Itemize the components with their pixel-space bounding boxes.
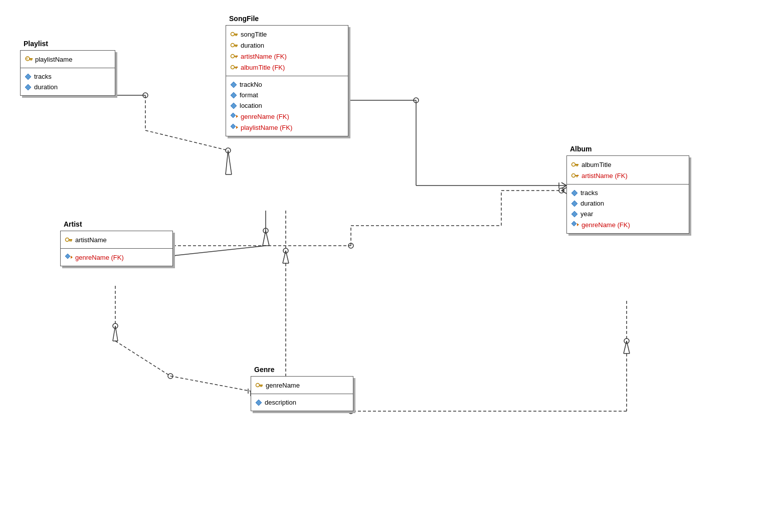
svg-line-6 bbox=[228, 150, 232, 174]
genre-field-genrename: genreName bbox=[255, 380, 349, 391]
songfile-songtitle-label: songTitle bbox=[241, 31, 267, 38]
key-fk-icon bbox=[230, 52, 238, 60]
svg-marker-85 bbox=[236, 115, 238, 118]
svg-marker-84 bbox=[231, 113, 236, 118]
key-fk-icon bbox=[571, 171, 579, 180]
svg-line-28 bbox=[286, 251, 289, 263]
svg-line-57 bbox=[561, 191, 566, 194]
svg-rect-78 bbox=[234, 67, 237, 68]
svg-rect-67 bbox=[236, 35, 237, 36]
svg-point-65 bbox=[231, 33, 235, 36]
genre-description-label: description bbox=[265, 399, 296, 406]
svg-point-77 bbox=[231, 66, 235, 69]
svg-point-41 bbox=[624, 338, 629, 343]
svg-line-23 bbox=[170, 376, 251, 391]
svg-rect-60 bbox=[31, 60, 32, 61]
svg-point-22 bbox=[168, 374, 173, 379]
svg-rect-94 bbox=[576, 176, 577, 178]
album-attr-section: tracks duration year genreName (FK) bbox=[567, 185, 689, 233]
playlist-playlistname-label: playlistName bbox=[35, 56, 72, 63]
svg-marker-111 bbox=[256, 400, 262, 406]
key-icon bbox=[230, 30, 238, 38]
diamond-icon bbox=[230, 102, 237, 109]
svg-line-56 bbox=[561, 188, 566, 191]
album-field-tracks: tracks bbox=[571, 188, 685, 198]
artist-field-genrename-fk: genreName (FK) bbox=[65, 252, 168, 263]
genre-pk-section: genreName bbox=[251, 377, 353, 394]
key-fk-icon bbox=[230, 63, 238, 71]
svg-line-37 bbox=[561, 183, 566, 186]
entity-title-playlist: Playlist bbox=[21, 39, 51, 51]
playlist-tracks-label: tracks bbox=[34, 73, 52, 80]
entity-songfile: SongFile songTitle duration bbox=[226, 25, 348, 136]
svg-point-73 bbox=[231, 55, 235, 58]
svg-rect-91 bbox=[576, 165, 577, 166]
album-field-artistname-fk: artistName (FK) bbox=[571, 170, 685, 181]
svg-marker-95 bbox=[577, 174, 579, 176]
svg-line-5 bbox=[226, 150, 228, 174]
entity-title-artist: Artist bbox=[61, 219, 85, 231]
svg-point-55 bbox=[559, 188, 564, 193]
svg-point-69 bbox=[231, 44, 235, 47]
entity-album: Album albumTitle artistName (FK) bbox=[566, 155, 689, 234]
svg-marker-64 bbox=[25, 84, 31, 90]
svg-line-42 bbox=[624, 341, 627, 353]
svg-rect-74 bbox=[234, 56, 237, 57]
songfile-genrename-fk-label: genreName (FK) bbox=[241, 113, 289, 120]
diamond-icon bbox=[25, 73, 32, 80]
svg-rect-75 bbox=[236, 57, 237, 58]
svg-line-43 bbox=[627, 341, 630, 353]
svg-rect-89 bbox=[575, 164, 578, 165]
svg-marker-87 bbox=[236, 126, 238, 129]
svg-point-50 bbox=[348, 243, 353, 248]
album-albumtitle-label: albumTitle bbox=[581, 161, 611, 168]
diamond-icon bbox=[571, 190, 578, 197]
svg-rect-90 bbox=[577, 165, 578, 166]
svg-point-88 bbox=[572, 163, 575, 166]
diamond-icon bbox=[230, 81, 237, 88]
svg-marker-98 bbox=[571, 211, 577, 217]
svg-line-19 bbox=[115, 326, 118, 341]
svg-marker-96 bbox=[571, 190, 577, 196]
genre-field-description: description bbox=[255, 397, 349, 408]
playlist-pk-section: playlistName bbox=[21, 51, 115, 68]
album-field-genrename-fk: genreName (FK) bbox=[571, 219, 685, 230]
songfile-playlistname-fk-label: playlistName (FK) bbox=[241, 124, 292, 131]
diamond-icon bbox=[230, 92, 237, 99]
album-artistname-fk-label: artistName (FK) bbox=[581, 172, 628, 180]
svg-rect-108 bbox=[259, 385, 263, 386]
songfile-field-playlistname-fk: playlistName (FK) bbox=[230, 122, 344, 133]
songfile-field-genrename-fk: genreName (FK) bbox=[230, 111, 344, 122]
songfile-artistname-fk-label: artistName (FK) bbox=[241, 53, 287, 60]
svg-marker-81 bbox=[231, 82, 237, 88]
album-field-year: year bbox=[571, 209, 685, 219]
svg-rect-109 bbox=[261, 386, 262, 387]
svg-rect-93 bbox=[575, 175, 577, 176]
svg-marker-97 bbox=[571, 201, 577, 207]
album-field-albumtitle: albumTitle bbox=[571, 159, 685, 170]
key-icon bbox=[255, 381, 263, 389]
songfile-field-format: format bbox=[230, 90, 344, 100]
album-tracks-label: tracks bbox=[580, 189, 598, 197]
svg-line-3 bbox=[145, 130, 228, 150]
svg-marker-83 bbox=[231, 103, 237, 109]
songfile-attr-section: trackNo format location genreName (FK) bbox=[226, 76, 348, 136]
svg-rect-79 bbox=[236, 68, 237, 69]
artist-genrename-fk-label: genreName (FK) bbox=[75, 254, 124, 261]
svg-point-17 bbox=[113, 323, 118, 328]
svg-marker-82 bbox=[231, 92, 237, 98]
svg-line-27 bbox=[283, 251, 286, 263]
svg-line-11 bbox=[266, 231, 269, 246]
svg-marker-63 bbox=[25, 74, 31, 80]
artist-artistname-label: artistName bbox=[75, 236, 107, 244]
artist-attr-section: genreName (FK) bbox=[61, 249, 172, 266]
svg-line-13 bbox=[173, 246, 266, 256]
album-year-label: year bbox=[580, 210, 593, 218]
album-field-duration: duration bbox=[571, 198, 685, 209]
key-icon bbox=[25, 55, 33, 63]
svg-marker-106 bbox=[71, 256, 73, 259]
songfile-albumtitle-fk-label: albumTitle (FK) bbox=[241, 64, 285, 71]
diamond-fk-icon bbox=[230, 123, 238, 131]
songfile-field-location: location bbox=[230, 100, 344, 111]
key-icon bbox=[65, 236, 73, 244]
